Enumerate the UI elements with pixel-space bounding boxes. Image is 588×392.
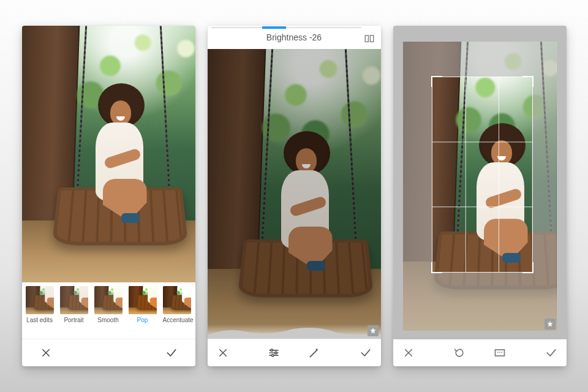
filter-label: Portrait <box>64 317 83 323</box>
filter-accentuate[interactable]: Accentuate <box>163 286 192 323</box>
crop-rect[interactable] <box>432 77 532 272</box>
svg-point-4 <box>272 355 274 356</box>
filter-label: Accentuate <box>163 317 194 323</box>
svg-rect-1 <box>370 36 373 42</box>
filter-label: Smooth <box>97 317 118 323</box>
bottom-bar <box>393 339 567 366</box>
favorite-button[interactable] <box>545 318 556 330</box>
filter-strip[interactable]: Last edits Portrait Smooth Pop Accentuat… <box>22 282 195 339</box>
crop-handle-bl[interactable] <box>431 262 442 273</box>
svg-point-2 <box>271 349 273 351</box>
screen-looks: Last edits Portrait Smooth Pop Accentuat… <box>22 26 195 366</box>
bottom-bar <box>22 339 195 366</box>
main-photo[interactable] <box>22 26 195 282</box>
filter-label: Pop <box>137 317 148 323</box>
sliders-icon[interactable] <box>267 346 281 360</box>
rotate-icon[interactable] <box>453 346 466 360</box>
value-slider[interactable] <box>211 27 361 28</box>
filter-pop[interactable]: Pop <box>129 286 157 323</box>
crop-handle-tl[interactable] <box>431 76 442 87</box>
aspect-ratio-icon[interactable] <box>493 346 507 360</box>
filter-portrait[interactable]: Portrait <box>60 286 88 323</box>
favorite-button[interactable] <box>368 325 379 336</box>
filter-smooth[interactable]: Smooth <box>94 286 123 323</box>
cancel-button[interactable] <box>216 346 230 360</box>
confirm-button[interactable] <box>359 346 372 360</box>
svg-point-3 <box>275 352 277 353</box>
cancel-button[interactable] <box>39 346 53 360</box>
bottom-bar <box>208 339 381 366</box>
cancel-button[interactable] <box>402 346 415 360</box>
screen-crop <box>393 26 567 366</box>
adjust-header: Brightness -26 <box>208 26 381 49</box>
main-photo[interactable] <box>208 49 381 339</box>
filter-label: Last edits <box>26 317 53 323</box>
confirm-button[interactable] <box>165 346 178 360</box>
crop-handle-br[interactable] <box>522 262 533 273</box>
svg-rect-0 <box>365 36 368 42</box>
magic-wand-icon[interactable] <box>307 346 321 360</box>
adjust-readout: Brightness -26 <box>266 32 322 42</box>
crop-canvas[interactable] <box>403 42 557 331</box>
screen-tune: Brightness -26 <box>208 26 381 366</box>
svg-point-12 <box>502 352 503 353</box>
filter-last-edits[interactable]: Last edits <box>26 286 54 323</box>
crop-handle-tr[interactable] <box>522 76 533 87</box>
svg-point-11 <box>499 352 500 353</box>
confirm-button[interactable] <box>545 346 558 360</box>
svg-point-10 <box>497 352 499 353</box>
histogram <box>208 324 381 339</box>
compare-icon[interactable] <box>363 32 376 45</box>
